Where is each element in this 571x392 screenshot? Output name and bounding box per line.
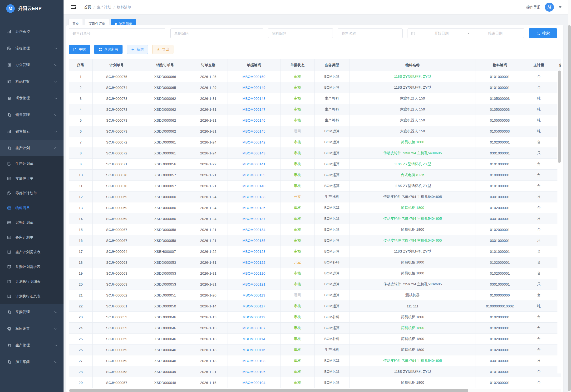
cell-doc[interactable]: MBOM000138 [227, 192, 281, 202]
sidebar-item-计划执行明细表[interactable]: 计划执行明细表 [0, 274, 63, 289]
cell-doc[interactable]: MBOM000121 [227, 279, 281, 290]
material-code-input[interactable] [268, 28, 333, 38]
cell-doc[interactable]: MBOM000134 [227, 224, 281, 235]
tab-物料清单[interactable]: 物料清单 [111, 19, 136, 25]
cell-plan: SCJH000067 [92, 224, 141, 235]
doc-code-input[interactable] [170, 28, 263, 38]
breadcrumb-production-plan[interactable]: 生产计划 [97, 5, 111, 10]
cell-doc[interactable]: MBOM000114 [227, 334, 281, 345]
cell-biz: 生产补料 [315, 93, 349, 104]
cell-doc[interactable]: MBOM000115 [227, 345, 281, 355]
cell-mat: 简易机柜 1800 [349, 345, 476, 355]
sidebar-item-研发管理[interactable]: 研发管理 [0, 90, 63, 106]
sidebar-item-办公管理[interactable]: 办公管理 [0, 56, 63, 73]
sidebar-item-销售报表[interactable]: 销售报表 [0, 123, 63, 140]
table-row: 6SCJH000073XSDD0000622026-1-31MBOM000145… [69, 126, 561, 137]
cell-due: 2026-1-24 [189, 213, 227, 224]
tab-首页[interactable]: 首页 [69, 19, 83, 25]
cell-doc[interactable]: MBOM000123 [227, 246, 281, 257]
cell-due: 2026-1-21 [189, 366, 227, 377]
cell-doc[interactable]: MBOM000122 [227, 257, 281, 268]
sidebar-item-零部件计划单[interactable]: 零部件计划单 [0, 186, 63, 200]
cell-doc[interactable]: MBOM000117 [227, 301, 281, 312]
export-button[interactable]: 导出 [152, 45, 173, 54]
cell-plan: SCJH000071 [92, 159, 141, 170]
user-menu-caret-icon[interactable] [559, 6, 561, 8]
tab-零部件订单[interactable]: 零部件订单 [85, 19, 109, 25]
sidebar-item-label: 加工车间 [15, 360, 55, 364]
cell-doc[interactable]: MBOM000112 [227, 312, 281, 323]
sidebar-item-生产计划[interactable]: 生产计划 [0, 140, 63, 156]
pages-icon [7, 359, 11, 364]
sidebar-item-计划执行汇总表[interactable]: 计划执行汇总表 [0, 289, 63, 304]
sidebar-item-车间设置[interactable]: 车间设置 [0, 320, 63, 337]
end-date-placeholder[interactable]: 结束日期 [471, 31, 521, 36]
cell-doc[interactable]: MBOM000136 [227, 202, 281, 213]
cell-doc[interactable]: MBOM000139 [227, 170, 281, 181]
sidebar-item-采购计划单[interactable]: 采购计划单 [0, 215, 63, 230]
sidebar-item-料品档案[interactable]: 料品档案 [0, 73, 63, 90]
cell-doc[interactable]: MBOM000120 [227, 268, 281, 279]
sidebar-item-采购管理[interactable]: 采购管理 [0, 304, 63, 320]
cell-doc[interactable]: MBOM000147 [227, 104, 281, 115]
cell-doc[interactable]: MBOM000145 [227, 126, 281, 137]
user-avatar[interactable]: M [545, 3, 554, 12]
start-date-placeholder[interactable]: 开始日期 [417, 31, 466, 36]
sidebar-item-采购计划需求表[interactable]: 采购计划需求表 [0, 259, 63, 274]
cell-doc[interactable]: MBOM000113 [227, 290, 281, 301]
material-name-input[interactable] [338, 28, 403, 38]
cell-status: 审核 [281, 159, 315, 170]
cell-doc[interactable]: MBOM000107 [227, 323, 281, 334]
sidebar-item-零部件订单[interactable]: 零部件订单 [0, 171, 63, 186]
manual-link[interactable]: 操作手册 [526, 5, 541, 10]
sales-order-input[interactable] [69, 28, 165, 38]
cell-no: 23 [69, 312, 92, 323]
table-vertical-scrollbar[interactable] [558, 70, 561, 163]
cell-doc[interactable]: MBOM000137 [227, 213, 281, 224]
sidebar-item-销售管理[interactable]: 销售管理 [0, 106, 63, 123]
sidebar-item-生产管理[interactable]: 生产管理 [0, 337, 63, 353]
cell-due: 2026-1-31 [189, 115, 227, 126]
date-range-picker[interactable]: 开始日期 - 结束日期 [407, 28, 524, 38]
add-button[interactable]: 新增 [127, 45, 148, 54]
sidebar-item-物料清单[interactable]: 物料清单 [0, 200, 63, 215]
cell-plan: SCJH000067 [92, 235, 141, 246]
cell-doc[interactable]: MBOM000146 [227, 115, 281, 126]
sidebar-item-生产计划单[interactable]: 生产计划单 [0, 156, 63, 171]
cell-doc[interactable]: MBOM000108 [227, 355, 281, 366]
cell-doc[interactable]: MBOM000135 [227, 235, 281, 246]
cell-so: XSBH000007 [141, 246, 189, 257]
sidebar-item-备库计划单[interactable]: 备库计划单 [0, 230, 63, 245]
cell-doc[interactable]: MBOM000150 [227, 71, 281, 82]
cell-doc[interactable]: MBOM000140 [227, 181, 281, 192]
collapse-menu-icon[interactable] [71, 4, 76, 10]
cell-doc[interactable]: MBOM000106 [227, 366, 281, 377]
cell-doc[interactable]: MBOM000104 [227, 377, 281, 388]
cell-doc[interactable]: MBOM000149 [227, 82, 281, 93]
search-button[interactable]: 搜索 [529, 28, 557, 38]
table-horizontal-scrollbar[interactable] [69, 389, 468, 392]
cell-mat: 传动皮轮件 735×794 主机孔540×605 [349, 279, 476, 290]
cell-doc[interactable]: MBOM000148 [227, 93, 281, 104]
book-icon [7, 250, 11, 254]
app-logo[interactable]: M 升阳云ERP [0, 0, 63, 17]
page-scrollbar[interactable] [568, 25, 571, 391]
cell-doc[interactable]: MBOM000141 [227, 159, 281, 170]
cell-status: 审核 [281, 334, 315, 345]
sidebar-item-生产计划需求表[interactable]: 生产计划需求表 [0, 245, 63, 259]
document-button[interactable]: 单据 [69, 45, 90, 54]
cell-plan: SCJH000059 [92, 312, 141, 323]
cell-due: 2026-1-21 [189, 224, 227, 235]
cell-doc[interactable]: MBOM000143 [227, 148, 281, 159]
cell-unit: 台 [524, 323, 554, 334]
query-all-button[interactable]: 查询所有 [94, 45, 122, 54]
cell-no: 27 [69, 355, 92, 366]
cell-doc[interactable]: MBOM000142 [227, 137, 281, 148]
sidebar-item-流程管理[interactable]: 流程管理 [0, 40, 63, 56]
docedit-icon [7, 161, 11, 166]
breadcrumb-home[interactable]: 首页 [84, 5, 91, 10]
sidebar-item-加工车间[interactable]: 加工车间 [0, 353, 63, 370]
plus-icon [131, 48, 135, 51]
cell-plan: SCJH000061 [92, 301, 141, 312]
sidebar-item-经营总控[interactable]: 经营总控 [0, 23, 63, 40]
